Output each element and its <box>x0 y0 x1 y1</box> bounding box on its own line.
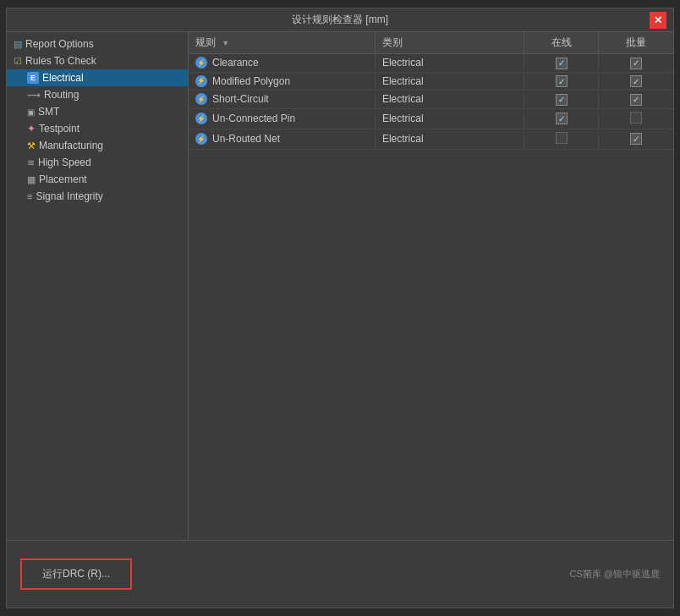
tree-item-label-testpoint: Testpoint <box>39 123 80 135</box>
tree-item-label-signal-integrity: Signal Integrity <box>36 190 102 202</box>
checkbox-batch-unchecked-3[interactable] <box>630 112 642 124</box>
rule-name-4: Un-Routed Net <box>212 133 280 145</box>
cell-category-3: Electrical <box>375 108 524 129</box>
run-drc-button[interactable]: 运行DRC (R)... <box>20 558 132 590</box>
rule-name-2: Short-Circuit <box>212 93 269 105</box>
main-window: 设计规则检查器 [mm] ✕ ▤Report Options☑Rules To … <box>6 8 674 608</box>
icon-high-speed: ≋ <box>27 157 35 168</box>
rule-icon-0: ⚡ <box>195 57 207 69</box>
tree-item-high-speed[interactable]: ≋High Speed <box>7 154 188 171</box>
rule-name-0: Clearance <box>212 57 259 69</box>
tree-item-label-manufacturing: Manufacturing <box>39 140 103 151</box>
tree-item-label-report-options: Report Options <box>25 38 94 50</box>
cell-online-1[interactable]: ✓ <box>524 72 599 91</box>
cell-rule-2: ⚡Short-Circuit <box>189 91 375 109</box>
right-panel: 规则 ▼ 类别 在线 批量 ⚡ClearanceElectrical✓✓⚡Mod… <box>189 32 673 540</box>
cell-category-4: Electrical <box>375 129 524 149</box>
rule-icon-4: ⚡ <box>195 133 207 145</box>
tree-view: ▤Report Options☑Rules To CheckEElectrica… <box>7 32 188 540</box>
icon-manufacturing: ⚒ <box>27 140 36 151</box>
left-panel: ▤Report Options☑Rules To CheckEElectrica… <box>7 32 189 540</box>
cell-batch-0[interactable]: ✓ <box>599 54 673 73</box>
cell-batch-1[interactable]: ✓ <box>599 72 673 91</box>
window-title: 设计规则检查器 [mm] <box>30 13 650 27</box>
cell-batch-2[interactable]: ✓ <box>599 91 673 109</box>
tree-item-placement[interactable]: ▦Placement <box>7 171 188 188</box>
table-row: ⚡Un-Routed NetElectrical✓ <box>189 129 673 149</box>
rule-name-1: Modified Polygon <box>212 75 290 87</box>
icon-rules-to-check: ☑ <box>14 56 22 67</box>
col-header-batch: 批量 <box>599 32 673 54</box>
cell-online-4[interactable] <box>524 129 599 149</box>
table-body: ⚡ClearanceElectrical✓✓⚡Modified PolygonE… <box>189 54 673 150</box>
icon-signal-integrity: ≡ <box>27 191 32 201</box>
checkbox-online-checked-1[interactable]: ✓ <box>556 75 568 87</box>
tree-item-label-high-speed: High Speed <box>38 157 91 168</box>
tree-item-label-smt: SMT <box>38 106 59 118</box>
rule-icon-2: ⚡ <box>195 93 207 105</box>
cell-batch-3[interactable] <box>599 108 673 129</box>
tree-item-testpoint[interactable]: ✦Testpoint <box>7 120 188 137</box>
rule-icon-1: ⚡ <box>195 75 207 87</box>
checkbox-batch-checked-2[interactable]: ✓ <box>630 94 642 106</box>
tree-item-report-options[interactable]: ▤Report Options <box>7 36 188 52</box>
tree-item-manufacturing[interactable]: ⚒Manufacturing <box>7 137 188 154</box>
cell-online-2[interactable]: ✓ <box>524 91 599 109</box>
table-row: ⚡ClearanceElectrical✓✓ <box>189 54 673 73</box>
cell-rule-4: ⚡Un-Routed Net <box>189 129 375 149</box>
rule-icon-3: ⚡ <box>195 113 207 124</box>
col-header-rule: 规则 ▼ <box>189 32 375 54</box>
checkbox-batch-checked-0[interactable]: ✓ <box>630 58 642 69</box>
tree-item-signal-integrity[interactable]: ≡Signal Integrity <box>7 188 188 205</box>
icon-smt: ▣ <box>27 107 35 117</box>
bottom-panel: 运行DRC (R)... CS菌库 @狼中驱逃鹿 <box>7 540 673 608</box>
tree-item-label-routing: Routing <box>44 89 79 101</box>
rule-name-3: Un-Connected Pin <box>212 113 295 124</box>
cell-rule-3: ⚡Un-Connected Pin <box>189 108 375 129</box>
icon-testpoint: ✦ <box>27 123 36 135</box>
rules-table: 规则 ▼ 类别 在线 批量 ⚡ClearanceElectrical✓✓⚡Mod… <box>189 32 673 150</box>
icon-electrical: E <box>27 72 39 84</box>
table-header-row: 规则 ▼ 类别 在线 批量 <box>189 32 673 54</box>
tree-item-rules-to-check[interactable]: ☑Rules To Check <box>7 52 188 69</box>
tree-item-routing[interactable]: ⟿Routing <box>7 86 188 103</box>
tree-item-electrical[interactable]: EElectrical <box>7 69 188 86</box>
tree-item-smt[interactable]: ▣SMT <box>7 103 188 120</box>
col-header-category: 类别 <box>375 32 524 54</box>
checkbox-batch-checked-4[interactable]: ✓ <box>630 133 642 145</box>
tree-item-label-rules-to-check: Rules To Check <box>25 55 96 67</box>
icon-placement: ▦ <box>27 174 36 185</box>
checkbox-online-unchecked-4[interactable] <box>556 132 568 144</box>
checkbox-batch-checked-1[interactable]: ✓ <box>630 75 642 87</box>
cell-category-0: Electrical <box>375 54 524 73</box>
cell-category-1: Electrical <box>375 72 524 91</box>
checkbox-online-checked-0[interactable]: ✓ <box>556 58 568 69</box>
cell-category-2: Electrical <box>375 91 524 109</box>
watermark: CS菌库 @狼中驱逃鹿 <box>569 568 660 580</box>
table-row: ⚡Short-CircuitElectrical✓✓ <box>189 91 673 109</box>
col-header-online: 在线 <box>524 32 599 54</box>
checkbox-online-checked-3[interactable]: ✓ <box>556 113 568 124</box>
main-content: ▤Report Options☑Rules To CheckEElectrica… <box>7 32 673 540</box>
tree-item-label-placement: Placement <box>39 173 87 185</box>
checkbox-online-checked-2[interactable]: ✓ <box>556 94 568 106</box>
close-button[interactable]: ✕ <box>650 12 666 29</box>
tree-item-label-electrical: Electrical <box>42 72 84 84</box>
icon-routing: ⟿ <box>27 90 41 101</box>
table-row: ⚡Un-Connected PinElectrical✓ <box>189 108 673 129</box>
table-row: ⚡Modified PolygonElectrical✓✓ <box>189 72 673 91</box>
sort-arrow: ▼ <box>222 39 229 47</box>
rules-table-container: 规则 ▼ 类别 在线 批量 ⚡ClearanceElectrical✓✓⚡Mod… <box>189 32 673 540</box>
cell-online-3[interactable]: ✓ <box>524 108 599 129</box>
icon-report-options: ▤ <box>14 39 22 50</box>
cell-batch-4[interactable]: ✓ <box>599 129 673 149</box>
cell-rule-0: ⚡Clearance <box>189 54 375 73</box>
title-bar: 设计规则检查器 [mm] ✕ <box>7 8 673 32</box>
cell-online-0[interactable]: ✓ <box>524 54 599 73</box>
cell-rule-1: ⚡Modified Polygon <box>189 72 375 91</box>
